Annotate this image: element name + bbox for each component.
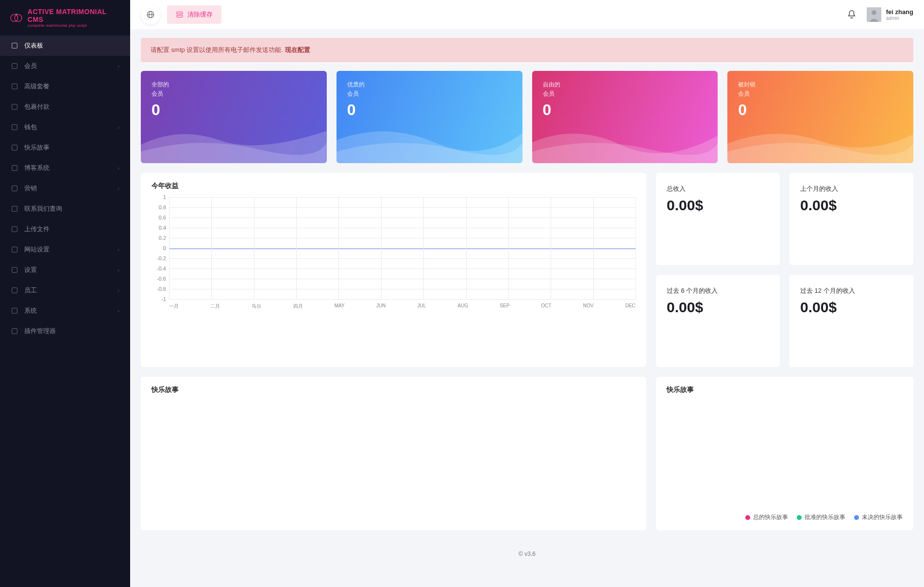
clear-cache-button[interactable]: 清除缓存 [167, 5, 221, 24]
sidebar-item-14[interactable]: 插件管理器 [0, 321, 130, 341]
chevron-right-icon: › [118, 185, 119, 191]
wallet-icon [11, 123, 18, 131]
x-tick-label: JUN [376, 303, 386, 310]
stat-card-3[interactable]: 被封锁会员0 [727, 71, 913, 163]
bell-icon [846, 9, 857, 20]
svg-rect-11 [12, 227, 17, 232]
sidebar-item-4[interactable]: 钱包› [0, 117, 130, 137]
income-value: 0.00$ [667, 299, 769, 316]
sidebar-item-9[interactable]: 上传文件 [0, 219, 130, 239]
svg-rect-3 [12, 64, 17, 69]
income-panel-0: 总收入0.00$ [656, 173, 780, 265]
globe-icon [146, 10, 155, 19]
stat-value: 0 [543, 101, 707, 119]
sidebar-item-12[interactable]: 员工› [0, 280, 130, 301]
sidebar-item-0[interactable]: 仪表板 [0, 35, 130, 56]
staff-icon [11, 286, 18, 294]
y-tick-label: 0.8 [151, 204, 166, 210]
y-tick-label: 1 [151, 194, 166, 200]
y-tick-label: 0.4 [151, 225, 166, 231]
chevron-right-icon: › [118, 287, 119, 293]
sidebar-item-label: 设置 [24, 266, 112, 274]
brand[interactable]: ACTIVE MATRIMONIAL CMS complete matrimon… [0, 0, 130, 35]
server-icon [176, 11, 184, 18]
legend-item-0: 总的快乐故事 [745, 513, 788, 521]
pie-panel-title: 快乐故事 [667, 386, 903, 394]
happy-story-title: 快乐故事 [151, 386, 636, 394]
sidebar-item-13[interactable]: 系统› [0, 301, 130, 321]
sidebar-item-6[interactable]: 博客系统› [0, 158, 130, 178]
x-tick-label: JUL [418, 303, 426, 310]
brand-title: ACTIVE MATRIMONIAL CMS [28, 8, 120, 23]
sidebar-item-11[interactable]: 设置› [0, 260, 130, 280]
x-tick-label: 一月 [169, 303, 179, 310]
user-role-label: admin [886, 16, 913, 21]
blog-icon [11, 164, 18, 172]
svg-rect-15 [12, 308, 17, 314]
sidebar-item-2[interactable]: 高级套餐 [0, 76, 130, 97]
x-tick-label: 二月 [210, 303, 220, 310]
legend-item-2: 未决的快乐故事 [854, 513, 903, 521]
sidebar-item-label: 营销 [24, 184, 112, 193]
svg-rect-6 [12, 125, 17, 130]
income-stats-grid: 总收入0.00$上个月的收入0.00$过去 6 个月的收入0.00$过去 12 … [656, 173, 913, 367]
topbar: 清除缓存 fei zhang admin [130, 0, 924, 29]
svg-rect-21 [177, 15, 183, 17]
sidebar-item-label: 联系我们查询 [24, 204, 119, 213]
sidebar-item-1[interactable]: 会员› [0, 56, 130, 76]
sidebar-item-5[interactable]: 快乐故事 [0, 137, 130, 158]
footer: © v3.6 [130, 539, 924, 569]
y-tick-label: -0.2 [151, 255, 166, 261]
smtp-alert: 请配置 smtp 设置以使用所有电子邮件发送功能. 现在配置 [141, 38, 913, 62]
user-name-label: fei zhang [886, 8, 913, 16]
alert-text: 请配置 smtp 设置以使用所有电子邮件发送功能. [151, 46, 285, 53]
home-icon [11, 42, 18, 50]
sidebar-item-label: 钱包 [24, 123, 112, 132]
y-tick-label: -0.4 [151, 266, 166, 271]
income-value: 0.00$ [800, 299, 903, 316]
clear-cache-label: 清除缓存 [187, 10, 213, 19]
earning-chart: 10.80.60.40.20-0.2-0.4-0.6-0.8-1 一月二月马尔四… [151, 197, 636, 331]
sidebar-item-label: 仪表板 [24, 41, 119, 50]
sidebar-item-label: 会员 [24, 62, 112, 70]
pie-legend: 总的快乐故事批准的快乐故事未决的快乐故事 [667, 513, 903, 521]
sidebar-item-label: 博客系统 [24, 164, 112, 172]
sidebar-item-10[interactable]: 网站设置› [0, 239, 130, 260]
income-title: 过去 12 个月的收入 [800, 286, 903, 295]
svg-rect-14 [12, 288, 17, 293]
chevron-right-icon: › [118, 267, 119, 273]
happy-story-panel: 快乐故事 [141, 377, 646, 530]
y-tick-label: -0.8 [151, 286, 166, 292]
stat-line1: 自由的 [543, 81, 707, 89]
sidebar-item-label: 员工 [24, 286, 112, 295]
x-tick-label: DEC [625, 303, 636, 310]
card-icon [11, 103, 18, 111]
x-tick-label: AUG [458, 303, 469, 310]
stat-card-2[interactable]: 自由的会员0 [532, 71, 718, 163]
stat-line2: 会员 [151, 90, 316, 98]
alert-configure-link[interactable]: 现在配置 [285, 46, 310, 53]
brand-logo-icon [10, 11, 23, 25]
earning-panel: 今年收益 10.80.60.40.20-0.2-0.4-0.6-0.8-1 一月… [141, 173, 646, 367]
heart-icon [11, 144, 18, 151]
svg-point-23 [872, 10, 876, 15]
svg-rect-10 [12, 206, 17, 212]
stat-card-0[interactable]: 全部的会员0 [141, 71, 327, 163]
sidebar-item-label: 系统 [24, 306, 112, 315]
language-button[interactable] [141, 5, 160, 24]
income-title: 总收入 [667, 184, 769, 193]
sidebar-item-label: 网站设置 [24, 245, 112, 254]
sidebar-item-3[interactable]: 包裹付款 [0, 97, 130, 117]
notifications-button[interactable] [843, 6, 860, 23]
sidebar-item-8[interactable]: 联系我们查询 [0, 199, 130, 219]
sidebar-item-label: 快乐故事 [24, 143, 119, 152]
user-menu[interactable]: fei zhang admin [867, 7, 913, 22]
sidebar-item-7[interactable]: 营销› [0, 178, 130, 199]
brand-subtitle: complete matrimonial php script [28, 23, 120, 28]
svg-rect-5 [12, 104, 17, 110]
stat-value: 0 [151, 101, 316, 119]
wave-decoration [141, 117, 327, 163]
stat-card-1[interactable]: 优质的会员0 [336, 71, 522, 163]
stat-line2: 会员 [543, 90, 707, 98]
svg-rect-8 [12, 166, 17, 171]
